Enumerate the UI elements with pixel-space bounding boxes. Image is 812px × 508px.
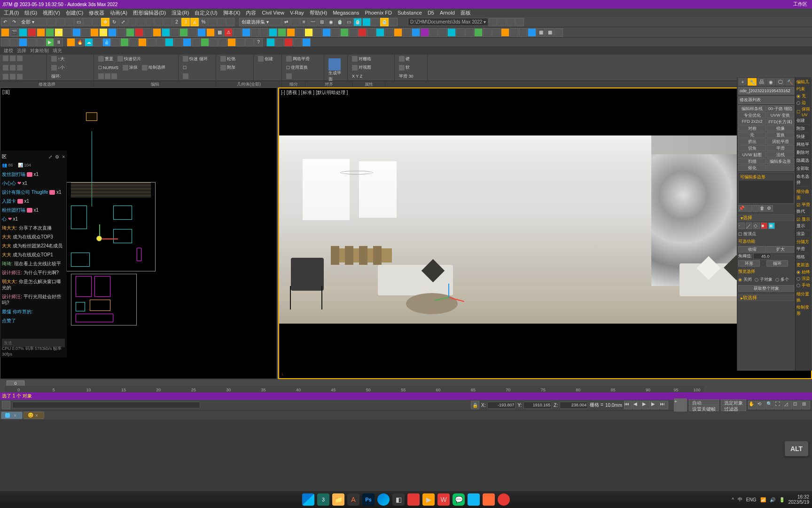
plugin-icon[interactable] [72, 28, 81, 37]
constraint-edge[interactable]: 边 [802, 100, 806, 106]
border-subobj-icon[interactable]: ◇ [753, 222, 760, 229]
plugin-icon[interactable] [269, 28, 277, 37]
ex-icon[interactable] [275, 38, 284, 47]
unlink-icon[interactable] [56, 18, 65, 26]
menu-content[interactable]: 内容 [244, 9, 258, 16]
menu-tools[interactable]: 工具(I) [2, 9, 21, 16]
angle-input[interactable] [753, 253, 771, 259]
far-unhide[interactable]: 全部取 [796, 166, 810, 173]
plugin-icon[interactable] [394, 28, 402, 37]
plugin-icon[interactable] [188, 28, 197, 37]
plugin-icon[interactable] [358, 28, 367, 37]
plugin-icon[interactable]: ▦ [215, 28, 224, 37]
plugin-icon[interactable] [28, 28, 36, 37]
plugin-icon[interactable] [456, 28, 465, 37]
ex-icon[interactable] [37, 38, 45, 47]
menu-graph[interactable]: 图形编辑器(D) [131, 9, 168, 16]
file-tab-emoji[interactable]: 😊 × [23, 412, 44, 419]
mod-btn[interactable]: 00-子路 塌陷 [766, 105, 794, 111]
ex-icon[interactable] [165, 38, 173, 47]
mod-btn[interactable]: 扫描 [738, 158, 766, 164]
plugin-icon[interactable] [180, 28, 188, 37]
utilities-tab-icon[interactable]: 🔨 [785, 78, 794, 86]
clock-date[interactable]: 2023/5/19 [789, 500, 810, 505]
ex-icon[interactable] [284, 38, 293, 47]
menu-vray[interactable]: V-Ray [288, 10, 306, 16]
ex-icon[interactable]: ☁ [85, 38, 93, 47]
modifier-list-dropdown[interactable]: 修改器列表 [738, 96, 794, 104]
select-region-icon[interactable] [92, 18, 101, 26]
plugin-icon[interactable] [37, 28, 45, 37]
min-max-icon[interactable]: ⊞ [802, 401, 810, 409]
menu-d5[interactable]: D5 [426, 10, 436, 16]
expand-icon[interactable]: ⤢ [48, 154, 52, 159]
plugin-icon[interactable] [367, 28, 375, 37]
modify-tab-icon[interactable]: 🔧 [748, 78, 757, 86]
ex-icon[interactable] [28, 38, 36, 47]
poly-subobj-icon[interactable]: ■ [761, 222, 767, 229]
plugin-icon[interactable] [421, 28, 429, 37]
fov-icon[interactable]: ◿ [784, 401, 792, 409]
far-sec6[interactable]: 绘制变形 [796, 304, 810, 317]
plugin-icon[interactable] [144, 28, 152, 37]
plugin-icon[interactable]: ⚠ [224, 28, 233, 37]
ring-button[interactable]: 环形 [738, 260, 760, 267]
mod-btn[interactable]: FFD(长方体) [766, 119, 794, 125]
plugin-icon[interactable] [233, 28, 242, 37]
menu-view[interactable]: 视图(V) [41, 9, 62, 16]
plugin-icon[interactable]: ★ [55, 28, 63, 37]
snap-toggle-icon[interactable]: 2 [172, 18, 181, 26]
motion-tab-icon[interactable]: ◉ [766, 78, 775, 86]
plugin-icon[interactable]: ☀ [99, 28, 108, 37]
3dsmax-taskbar-icon[interactable]: 3 [317, 493, 329, 506]
ex-icon[interactable] [94, 38, 102, 47]
wechat-icon[interactable]: 💬 [453, 493, 465, 506]
far-sec5[interactable]: 细分置换 [796, 291, 810, 303]
close-icon[interactable]: × [35, 413, 40, 418]
plugin-icon[interactable] [206, 28, 215, 37]
ex-icon[interactable] [1, 38, 9, 47]
far-quick[interactable]: 快捷 [796, 134, 810, 141]
plugin-icon[interactable] [519, 28, 527, 37]
ribbon-usesoft[interactable]: 使用置换 [291, 64, 308, 71]
menu-arnold[interactable]: Arnold [438, 10, 457, 16]
timeline[interactable]: 0 0 5 10 15 20 25 30 35 40 45 50 55 60 6… [0, 379, 812, 392]
path-btn1-icon[interactable] [489, 18, 497, 26]
gizmo-3d[interactable] [434, 279, 462, 307]
mod-btn[interactable]: 熔化 [738, 165, 766, 171]
plugin-icon[interactable]: ▦ [546, 28, 554, 37]
mod-btn[interactable]: 法线 [766, 151, 794, 158]
ribbon-meshsm[interactable]: 网格平滑 [293, 56, 310, 62]
coord-x-input[interactable] [487, 402, 515, 409]
settings-icon[interactable]: ⚙ [55, 154, 59, 159]
align-icon[interactable] [291, 18, 299, 26]
plugin-icon[interactable]: ▦ [537, 28, 545, 37]
set-key-icon[interactable]: + [674, 398, 687, 412]
menu-megascans[interactable]: Megascans [331, 10, 361, 16]
viewport-persp-label[interactable]: [-] [透视 ] [标准 ] [默认明暗处理 ] [281, 89, 348, 96]
coord-y-input[interactable] [523, 402, 552, 409]
plugin-icon[interactable] [483, 28, 492, 37]
plugin-icon[interactable] [63, 28, 72, 37]
plugin-icon[interactable] [90, 28, 99, 37]
plugin-icon[interactable] [313, 28, 322, 37]
preserve-uv[interactable]: 保留UV [802, 106, 810, 117]
menu-animation[interactable]: 动画(A) [108, 9, 129, 16]
plugin-icon[interactable] [447, 28, 456, 37]
ribbon-paintsel[interactable]: 绘制选择 [148, 64, 165, 71]
mod-btn[interactable]: 专业优化 [738, 112, 766, 118]
ribbon-hard[interactable]: 硬 [406, 56, 410, 62]
plugin-icon[interactable] [385, 28, 393, 37]
menu-customize[interactable]: 自定义(U) [193, 9, 219, 16]
menu-civil[interactable]: Civil View [260, 10, 286, 16]
mod-btn[interactable]: 平滑 [766, 145, 794, 151]
mod-btn[interactable]: UVW 贴图 [738, 151, 766, 158]
make-unique-icon[interactable] [752, 205, 759, 212]
far-sm[interactable]: 平滑 [796, 246, 810, 253]
menu-substance[interactable]: Substance [396, 10, 424, 16]
ribbon-xyz[interactable]: X Y Z [352, 74, 362, 79]
ribbon-tab-model[interactable]: 建模 [4, 48, 13, 54]
ex-icon[interactable]: 🔥 [76, 38, 84, 47]
ribbon-tab-sel[interactable]: 选择 [17, 48, 26, 54]
material-editor-icon[interactable]: ◉ [327, 18, 335, 26]
